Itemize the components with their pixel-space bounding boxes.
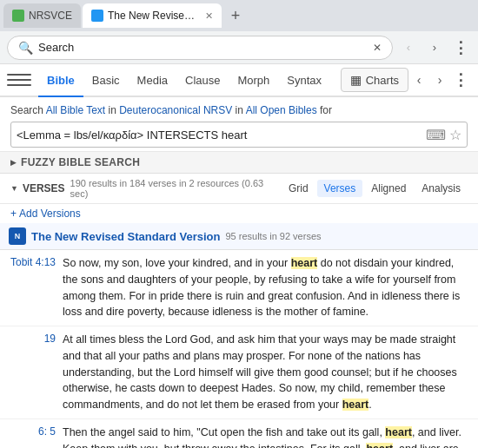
fuzzy-section-label: FUZZY BIBLE SEARCH xyxy=(21,156,140,168)
highlight: heart xyxy=(342,399,369,411)
view-grid[interactable]: Grid xyxy=(282,180,315,197)
browser-bar: 🔍 Search ✕ ‹ › ⋮ xyxy=(0,31,478,64)
fuzzy-triangle: ▶ xyxy=(10,158,17,167)
nav-back-button[interactable]: ‹ xyxy=(398,37,419,58)
add-versions-area: + Add Versions xyxy=(0,204,478,223)
tab-nrsv[interactable]: The New Revised Standard Version ✕ xyxy=(83,3,222,28)
verses-title: VERSES xyxy=(23,182,65,194)
app-toolbar: Bible Basic Media Clause Morph Syntax ▦ … xyxy=(0,64,478,97)
favorite-icon[interactable]: ☆ xyxy=(449,127,461,143)
search-desc-mid1: in xyxy=(105,104,119,116)
add-versions-button[interactable]: + Add Versions xyxy=(10,208,81,220)
add-versions-label: Add Versions xyxy=(19,208,81,220)
verse-text: At all times bless the Lord God, and ask… xyxy=(63,332,468,413)
nav-morph[interactable]: Morph xyxy=(229,64,278,97)
charts-icon: ▦ xyxy=(350,73,362,87)
search-area: Search All Bible Text in Deuterocanonica… xyxy=(0,97,478,152)
tab-nrsv-icon xyxy=(91,10,103,22)
search-link-all-bible[interactable]: All Bible Text xyxy=(46,104,105,116)
verse-text: So now, my son, love your kindred, and i… xyxy=(63,255,468,320)
verses-triangle[interactable]: ▼ xyxy=(10,184,18,193)
verse-ref[interactable]: Tobit 4:13 xyxy=(10,255,56,320)
hamburger-line3 xyxy=(7,84,31,86)
search-input-row[interactable]: <Lemma = lbs/el/καρδία> INTERSECTS heart… xyxy=(10,122,468,148)
highlight: heart xyxy=(291,257,318,269)
view-aligned[interactable]: Aligned xyxy=(364,180,413,197)
search-desc-prefix: Search xyxy=(10,104,46,116)
verse-item: 6: 5 Then the angel said to him, "Cut op… xyxy=(0,419,478,448)
search-tab-label: Search xyxy=(38,41,74,54)
fuzzy-section-header[interactable]: ▶ FUZZY BIBLE SEARCH xyxy=(0,152,478,174)
new-tab-button[interactable]: + xyxy=(223,3,248,28)
nav-clause[interactable]: Clause xyxy=(176,64,229,97)
panel-next-button[interactable]: › xyxy=(429,69,450,90)
highlight: heart xyxy=(366,443,393,449)
view-verses[interactable]: Verses xyxy=(317,180,363,197)
hamburger-menu[interactable] xyxy=(7,68,31,92)
search-desc-suffix: for xyxy=(317,104,332,116)
highlight: heart xyxy=(385,426,412,438)
nav-basic[interactable]: Basic xyxy=(83,64,129,97)
search-bar[interactable]: 🔍 Search ✕ xyxy=(7,36,393,60)
nav-syntax[interactable]: Syntax xyxy=(278,64,330,97)
add-versions-plus: + xyxy=(10,208,17,220)
search-link-open-bibles[interactable]: All Open Bibles xyxy=(246,104,317,116)
hamburger-line2 xyxy=(7,79,31,81)
resource-header: N The New Revised Standard Version 95 re… xyxy=(0,223,478,250)
search-tab-close[interactable]: ✕ xyxy=(373,42,382,54)
tab-nrsvce-icon xyxy=(12,10,24,22)
nav-media[interactable]: Media xyxy=(129,64,176,97)
search-query: <Lemma = lbs/el/καρδία> INTERSECTS heart xyxy=(17,128,422,142)
nav-forward-button[interactable]: › xyxy=(424,37,445,58)
verse-item: 19 At all times bless the Lord God, and … xyxy=(0,326,478,419)
charts-label: Charts xyxy=(366,74,399,87)
verse-ref[interactable]: 19 xyxy=(10,332,56,413)
tab-nrsvce-label: NRSVCE xyxy=(29,10,72,22)
resource-count: 95 results in 92 verses xyxy=(225,231,321,241)
browser-tabs: NRSVCE The New Revised Standard Version … xyxy=(0,0,478,31)
verse-item: Tobit 4:13 So now, my son, love your kin… xyxy=(0,250,478,326)
tab-nrsvce[interactable]: NRSVCE xyxy=(3,3,81,28)
search-icon: 🔍 xyxy=(18,41,33,55)
verses-content: Tobit 4:13 So now, my son, love your kin… xyxy=(0,250,478,448)
search-desc-mid2: in xyxy=(232,104,245,116)
verses-count: 190 results in 184 verses in 2 resources… xyxy=(70,178,282,199)
more-options-button[interactable]: ⋮ xyxy=(450,37,471,58)
search-link-deutero[interactable]: Deuterocanonical NRSV xyxy=(119,104,232,116)
verses-section-header: ▼ VERSES 190 results in 184 verses in 2 … xyxy=(0,174,478,204)
resource-title: The New Revised Standard Version xyxy=(31,230,220,243)
tab-nrsv-label: The New Revised Standard Version xyxy=(108,10,197,22)
keyboard-icon[interactable]: ⌨ xyxy=(426,127,446,143)
tab-nrsv-close[interactable]: ✕ xyxy=(205,10,213,22)
search-description: Search All Bible Text in Deuterocanonica… xyxy=(10,104,468,116)
verse-ref[interactable]: 6: 5 xyxy=(10,425,56,448)
hamburger-line1 xyxy=(7,74,31,76)
charts-button[interactable]: ▦ Charts xyxy=(341,68,408,92)
view-analysis[interactable]: Analysis xyxy=(415,180,468,197)
nav-bible[interactable]: Bible xyxy=(38,64,83,97)
panel-prev-button[interactable]: ‹ xyxy=(408,69,429,90)
panel-more-button[interactable]: ⋮ xyxy=(450,69,471,90)
verse-text: Then the angel said to him, "Cut open th… xyxy=(63,425,468,448)
resource-icon: N xyxy=(9,227,26,245)
view-buttons: Grid Verses Aligned Analysis xyxy=(282,180,468,197)
